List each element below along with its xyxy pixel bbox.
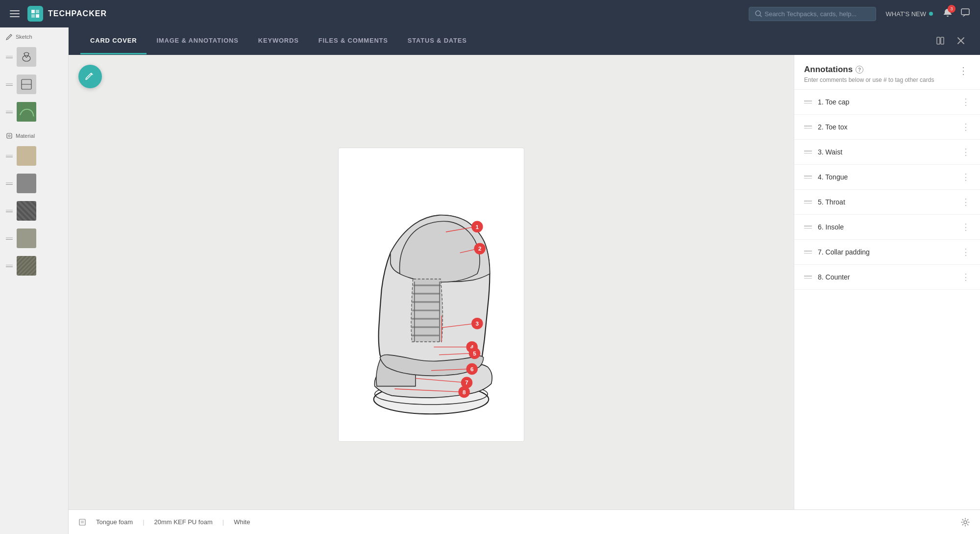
sidebar-sketch-item-1[interactable] — [4, 44, 64, 70]
modal-content: 1 2 3 4 5 6 — [69, 55, 980, 534]
tab-keywords[interactable]: KEYWORDS — [248, 28, 309, 54]
drag-handle-1[interactable] — [804, 101, 812, 103]
annotations-more-menu[interactable]: ⋮ — [956, 65, 970, 76]
annotation-row-1: 1. Toe cap ⋮ — [794, 90, 980, 115]
svg-rect-15 — [937, 37, 940, 44]
bottom-bar: Tongue foam | 20mm KEF PU foam | White — [69, 509, 980, 534]
bottom-bar-item-1: Tongue foam — [96, 518, 133, 526]
sidebar-sketch-item-3[interactable] — [4, 99, 64, 125]
edit-fab-button[interactable] — [78, 65, 102, 88]
material-swatch-4 — [17, 229, 36, 248]
svg-rect-16 — [941, 37, 944, 44]
drag-handle — [6, 83, 13, 86]
svg-text:5: 5 — [473, 350, 476, 356]
material-label: Material — [4, 132, 64, 139]
drag-handle-3[interactable] — [804, 151, 812, 153]
top-navigation: TECHPACKER Search Techpacks, cards, help… — [0, 0, 980, 27]
modal: CARD COVER IMAGE & ANNOTATIONS KEYWORDS … — [69, 27, 980, 534]
drag-handle-6[interactable] — [804, 226, 812, 229]
svg-rect-0 — [31, 10, 35, 13]
modal-close-button[interactable] — [954, 33, 968, 48]
svg-point-7 — [23, 55, 30, 61]
settings-icon[interactable] — [960, 517, 970, 527]
sidebar-material-item-5[interactable] — [4, 253, 64, 279]
drag-handle — [6, 182, 13, 185]
tab-image-annotations[interactable]: IMAGE & ANNOTATIONS — [147, 28, 248, 54]
tab-card-cover[interactable]: CARD COVER — [80, 28, 147, 54]
whats-new-button[interactable]: WHAT'S NEW — [886, 10, 933, 18]
annotation-menu-6[interactable]: ⋮ — [961, 222, 970, 232]
svg-rect-2 — [31, 14, 35, 18]
svg-rect-3 — [36, 14, 39, 18]
chat-icon[interactable] — [960, 8, 970, 20]
svg-text:7: 7 — [465, 379, 468, 385]
svg-text:8: 8 — [463, 388, 466, 395]
shoe-svg: 1 2 3 4 5 6 — [353, 167, 510, 422]
annotation-label-5: 5. Throat — [818, 198, 956, 206]
info-icon[interactable]: ? — [856, 66, 863, 74]
sidebar-material-item-4[interactable] — [4, 226, 64, 251]
modal-controls — [933, 33, 968, 48]
annotation-menu-1[interactable]: ⋮ — [961, 97, 970, 107]
material-swatch-5 — [17, 256, 36, 276]
modal-expand-button[interactable] — [933, 33, 948, 48]
annotation-row-7: 7. Collar padding ⋮ — [794, 240, 980, 265]
search-box[interactable]: Search Techpacks, cards, help... — [749, 7, 876, 21]
tab-status-dates[interactable]: STATUS & DATES — [398, 28, 477, 54]
sidebar-material-item-3[interactable] — [4, 198, 64, 224]
brand-name: TECHPACKER — [48, 9, 107, 18]
sidebar-material-item-2[interactable] — [4, 171, 64, 196]
annotation-label-7: 7. Collar padding — [818, 248, 956, 256]
drag-handle — [6, 210, 13, 212]
image-area: 1 2 3 4 5 6 — [69, 55, 794, 534]
whats-new-dot — [929, 12, 933, 16]
sketch-label: Sketch — [4, 33, 64, 40]
annotation-label-8: 8. Counter — [818, 273, 956, 281]
svg-rect-6 — [961, 9, 969, 15]
bottom-bar-separator-1: | — [143, 518, 144, 526]
annotations-header: Annotations ? Enter comments below or us… — [794, 55, 980, 90]
drag-handle-8[interactable] — [804, 276, 812, 279]
annotation-menu-4[interactable]: ⋮ — [961, 172, 970, 182]
svg-rect-1 — [36, 10, 39, 13]
svg-text:1: 1 — [476, 223, 479, 229]
svg-text:2: 2 — [478, 245, 482, 252]
annotation-label-2: 2. Toe tox — [818, 123, 956, 131]
drag-handle-4[interactable] — [804, 176, 812, 178]
svg-text:6: 6 — [470, 365, 474, 372]
annotation-menu-7[interactable]: ⋮ — [961, 247, 970, 257]
svg-line-5 — [760, 15, 761, 17]
sidebar-material-item-1[interactable] — [4, 143, 64, 169]
annotation-menu-5[interactable]: ⋮ — [961, 197, 970, 207]
annotation-menu-3[interactable]: ⋮ — [961, 147, 970, 157]
nav-icons: 3 — [943, 8, 970, 20]
tab-files-comments[interactable]: FILES & COMMENTS — [309, 28, 398, 54]
search-placeholder: Search Techpacks, cards, help... — [765, 10, 857, 18]
sidebar-sketch-item-2[interactable] — [4, 72, 64, 97]
shoe-image-container: 1 2 3 4 5 6 — [338, 148, 524, 442]
svg-point-12 — [8, 135, 10, 137]
drag-handle-5[interactable] — [804, 201, 812, 203]
annotation-label-4: 4. Tongue — [818, 173, 956, 181]
annotation-label-3: 3. Waist — [818, 148, 956, 156]
bottom-bar-item-2: 20mm KEF PU foam — [154, 518, 213, 526]
annotations-title: Annotations ? — [804, 65, 934, 75]
material-swatch-2 — [17, 174, 36, 193]
sketch-thumbnail-3 — [17, 102, 36, 122]
annotation-menu-8[interactable]: ⋮ — [961, 272, 970, 282]
annotation-menu-2[interactable]: ⋮ — [961, 122, 970, 132]
left-sidebar: Sketch — [0, 27, 69, 534]
drag-handle-7[interactable] — [804, 251, 812, 254]
drag-handle-2[interactable] — [804, 126, 812, 128]
svg-rect-11 — [7, 133, 12, 138]
notification-icon[interactable]: 3 — [943, 8, 953, 20]
sketch-thumbnail-1 — [17, 47, 36, 67]
annotation-row-2: 2. Toe tox ⋮ — [794, 115, 980, 140]
annotation-row-3: 3. Waist ⋮ — [794, 140, 980, 165]
bottom-bar-item-3: White — [234, 518, 250, 526]
annotations-subtitle: Enter comments below or use # to tag oth… — [804, 76, 934, 83]
annotations-title-group: Annotations ? Enter comments below or us… — [804, 65, 934, 83]
svg-rect-55 — [79, 519, 85, 525]
drag-handle — [6, 237, 13, 240]
hamburger-menu[interactable] — [10, 10, 20, 17]
